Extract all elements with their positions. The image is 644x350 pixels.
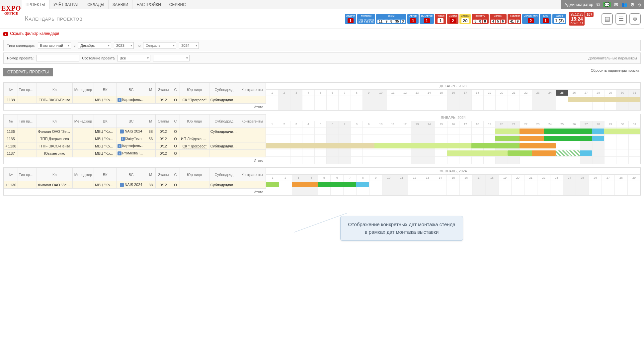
table-row[interactable]: 1138ТПП- ЭКСО-ПензаМВЦ "Кроку...iКартофе… [4, 96, 266, 104]
view-list-button[interactable]: ☰ [615, 13, 627, 25]
project-number-input[interactable] [36, 55, 79, 61]
extra-params-link[interactable]: Дополнительные параметры [588, 56, 637, 60]
nav-item-1[interactable]: УЧЁТ ЗАТРАТ [49, 0, 84, 9]
table-row[interactable]: 1136Филиал ОАО "Зем...МВЦ "Кроку...iNAIS… [4, 181, 266, 189]
from-year-select[interactable]: 2023 [114, 42, 134, 49]
to-label: по [136, 44, 140, 47]
chat-icon[interactable]: 💬 [603, 2, 611, 7]
widget-Визы[interactable]: Визы1198353 [376, 14, 406, 24]
widget-GDoc[interactable]: GDoc1 (3) [552, 14, 567, 24]
header-row: Календарь проектов Задачи1МетрикиRR1 RR2… [0, 9, 644, 29]
widget-strip: Задачи1МетрикиRR1 RR2 RR3 0,00 0,00 0,00… [345, 14, 567, 24]
gantt-row [266, 96, 640, 103]
layout-icon[interactable]: ⧉ [597, 2, 600, 7]
widget-ВС Автор[interactable]: ВС Автор1 [420, 14, 434, 24]
gantt-row [266, 181, 640, 188]
view-calendar-button[interactable]: ▤ [602, 13, 613, 25]
widget-Автор[interactable]: Автор1 [407, 14, 419, 24]
month-block: №Тип проектаКлМенеджерВКВСМЭтапыСЮр лицо… [3, 167, 641, 196]
calendar-type-select[interactable]: Выставочный [38, 42, 71, 49]
nav-item-4[interactable]: НАСТРОЙКИ [132, 0, 165, 9]
page-title: Календарь проектов [25, 15, 342, 22]
widget-Склад: MIN[interactable]: Склад: MIN2 [522, 14, 539, 24]
widget-Проекты[interactable]: Проекты500 [472, 14, 489, 24]
project-state-label: Состояние проекта [82, 56, 115, 60]
filter-row-1: Типа календаря: Выставочный с Декабрь 20… [3, 40, 641, 51]
month-block: №Тип проектаКлМенеджерВКВСМЭтапыСЮр лицо… [3, 82, 641, 111]
widget-Сметы[interactable]: Сметы2 [447, 14, 458, 24]
widget-ExS[interactable]: ExS1 [540, 14, 551, 24]
users-icon[interactable]: 👥 [621, 2, 627, 7]
gantt-row [266, 134, 640, 142]
filter-row-2: Номер проекта: Состояние проекта Все Доп… [3, 52, 641, 64]
nav-item-5[interactable]: СЕРВИС [165, 0, 190, 9]
project-num-label: Номер проекта: [7, 56, 34, 60]
extra-select[interactable] [153, 55, 190, 61]
nav-item-2[interactable]: СКЛАДЫ [83, 0, 109, 9]
table-row[interactable]: 1138ТПП- ЭКСО-ПензаМВЦ "Кроку...iКартофе… [4, 142, 266, 150]
filter-toggle-link[interactable]: Скрыть фильтр календаря [10, 31, 59, 36]
top-bar: ПРОЕКТЫУЧЁТ ЗАТРАТСКЛАДЫЗАЯВКИНАСТРОЙКИС… [0, 0, 644, 9]
widget-Задачи[interactable]: Задачи1 [345, 14, 357, 24]
gantt-row [266, 142, 640, 149]
month-block: №Тип проектаКлМенеджерВКВСМЭтапыСЮр лицо… [3, 114, 641, 164]
topbar-right: Администратор ⧉ 💬 ✉ 👥 ⚙ ⎋ [561, 0, 644, 9]
logo: EXPO OFFICE [1, 5, 21, 15]
view-user-button[interactable]: ☺ [629, 13, 641, 25]
nav-item-3[interactable]: ЗАЯВКИ [109, 0, 133, 9]
table-row[interactable]: 1135ТПП ДзержинскаМВЦ "Кроку...iDairyTec… [4, 135, 266, 142]
filter-type-label: Типа календаря: [7, 44, 35, 47]
table-row[interactable]: 1137ЮзаметриксМВЦ "Кроку...iProMediaTe..… [4, 150, 266, 157]
admin-label: Администратор [564, 2, 593, 7]
collapse-arrow-icon[interactable]: ▲ [3, 32, 8, 36]
widget-Заявки[interactable]: Заявки456 [490, 14, 507, 24]
to-month-select[interactable]: Февраль [143, 42, 176, 49]
logout-icon[interactable]: ⎋ [638, 2, 641, 7]
to-year-select[interactable]: 2024 [179, 42, 199, 49]
gantt-row [266, 127, 640, 134]
main-nav: ПРОЕКТЫУЧЁТ ЗАТРАТСКЛАДЫЗАЯВКИНАСТРОЙКИС… [22, 0, 190, 9]
widget-П Заявки[interactable]: П Заявки419 [508, 14, 522, 24]
nav-item-0[interactable]: ПРОЕКТЫ [22, 0, 49, 9]
from-month-select[interactable]: Декабрь [78, 42, 111, 49]
filter-apply-button[interactable]: ОТОБРАТЬ ПРОЕКТЫ [3, 68, 53, 76]
widget-Ревью[interactable]: Ревью1 [435, 14, 446, 24]
widget-Метрики[interactable]: МетрикиRR1 RR2 RR3 0,00 0,00 0,00 [357, 14, 375, 24]
widget-Ставки[interactable]: Ставки20 [459, 14, 471, 24]
project-state-select[interactable]: Все [117, 55, 150, 61]
table-row[interactable]: 1136Филиал ОАО "Зем...МВЦ "Кроку...iNAIS… [4, 128, 266, 135]
filter-reset-link[interactable]: Сбросить параметры поиска [591, 68, 639, 72]
clock-widget: 25.12.2315:24 Всего: 11 107 [569, 12, 594, 26]
from-label: с [74, 44, 76, 47]
gear-icon[interactable]: ⚙ [630, 2, 635, 7]
mail-icon[interactable]: ✉ [614, 2, 618, 7]
gantt-row [266, 149, 640, 156]
